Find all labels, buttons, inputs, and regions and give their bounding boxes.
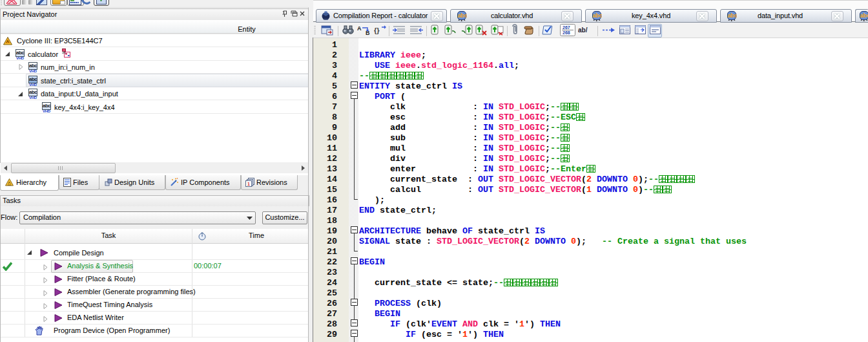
- svg-text:abc: abc: [458, 12, 468, 19]
- svg-text:abc: abc: [593, 12, 603, 19]
- svg-text:{}: {}: [374, 27, 380, 34]
- svg-text:ab/: ab/: [578, 27, 588, 34]
- svg-text:A: A: [357, 25, 362, 32]
- svg-text:268: 268: [563, 30, 570, 35]
- svg-text:abc: abc: [860, 12, 868, 19]
- svg-text:1: 1: [247, 182, 250, 186]
- svg-text:267: 267: [563, 25, 570, 30]
- svg-text:abc: abc: [728, 12, 738, 19]
